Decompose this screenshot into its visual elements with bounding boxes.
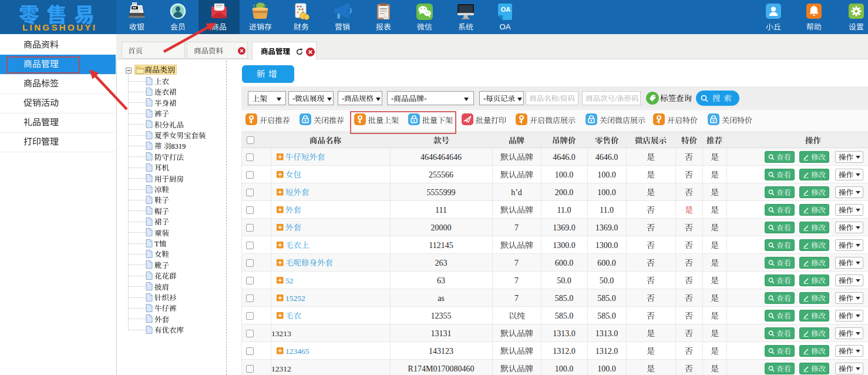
svg-text:OA: OA — [501, 6, 511, 13]
